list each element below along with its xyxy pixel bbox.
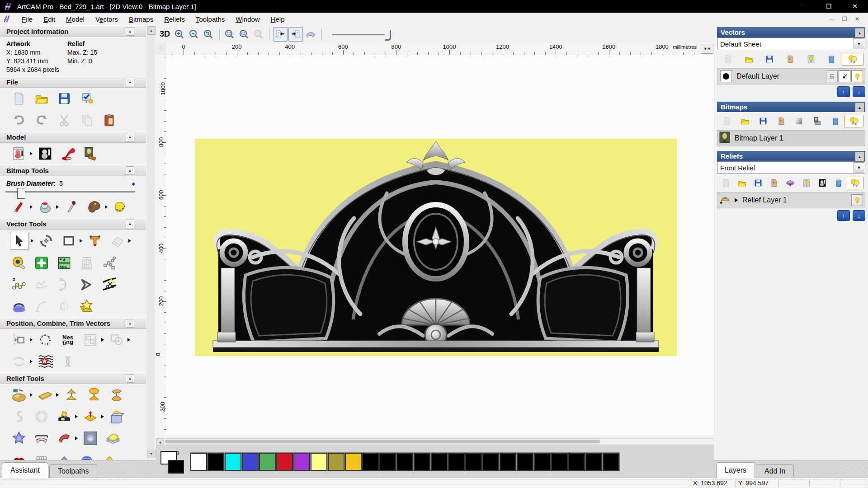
isoform-letters-icon[interactable] bbox=[55, 408, 73, 425]
save-bitmap-layer-icon[interactable] bbox=[754, 115, 772, 127]
nesting-icon[interactable]: Nes ting bbox=[59, 331, 77, 348]
open-bitmap-layer-icon[interactable] bbox=[736, 115, 754, 127]
minimize-button[interactable]: – bbox=[789, 0, 816, 13]
flyout-arrow-icon[interactable] bbox=[30, 393, 33, 397]
trim-vectors-icon[interactable] bbox=[100, 276, 118, 293]
layer-visibility-bulb-icon[interactable] bbox=[851, 70, 863, 82]
constant-height-icon[interactable] bbox=[81, 408, 99, 425]
flyout-arrow-icon[interactable] bbox=[30, 338, 33, 342]
ruler-collapse-icon[interactable]: ▼▼ bbox=[701, 44, 713, 54]
create-rectangle-icon[interactable] bbox=[60, 232, 78, 249]
flyout-arrow-icon[interactable] bbox=[75, 436, 78, 440]
save-vector-layer-icon[interactable] bbox=[759, 53, 780, 65]
dropdown-arrow-icon[interactable]: ▼ bbox=[854, 38, 864, 49]
layer-colour-swatch[interactable] bbox=[720, 70, 732, 82]
flyout-arrow-icon[interactable] bbox=[30, 205, 33, 209]
lock-layer-icon[interactable] bbox=[826, 70, 838, 82]
texture-relief-icon[interactable] bbox=[81, 145, 99, 162]
colour-swatch-1[interactable] bbox=[208, 453, 224, 471]
colour-swatch-8[interactable] bbox=[328, 453, 344, 471]
menu-file[interactable]: File bbox=[16, 14, 38, 25]
canvas-hscrollbar[interactable]: ◄ bbox=[156, 438, 714, 445]
paint-icon[interactable] bbox=[10, 198, 28, 216]
select-vectors-icon[interactable] bbox=[10, 232, 29, 250]
new-bitmap-layer-icon[interactable] bbox=[718, 115, 736, 127]
slider-handle[interactable] bbox=[17, 188, 25, 199]
collapse-icon[interactable]: ▲ bbox=[126, 133, 134, 141]
toggle-3d-view-button[interactable]: 3D bbox=[160, 29, 170, 39]
bitmap-layer-name[interactable]: Bitmap Layer 1 bbox=[735, 134, 783, 142]
colour-swatch-24[interactable] bbox=[603, 453, 619, 471]
flyout-arrow-icon[interactable] bbox=[30, 360, 33, 363]
collapse-icon[interactable]: ▲ bbox=[126, 374, 134, 383]
block-copy-rotate-icon[interactable] bbox=[81, 331, 99, 348]
merge-relief-layers-icon[interactable] bbox=[766, 177, 783, 189]
merge-vector-layers-icon[interactable] bbox=[780, 53, 801, 65]
copy-icon[interactable] bbox=[78, 112, 96, 129]
menu-vectors[interactable]: Vectors bbox=[90, 14, 123, 25]
colour-swatch-9[interactable] bbox=[345, 453, 362, 471]
colour-swatch-6[interactable] bbox=[293, 453, 310, 471]
menu-reliefs[interactable]: Reliefs bbox=[159, 14, 190, 25]
toggle-all-bitmaps-icon[interactable] bbox=[844, 115, 863, 127]
collapse-icon[interactable]: ▲ bbox=[126, 319, 134, 328]
offset-vectors-icon[interactable] bbox=[10, 298, 28, 315]
colour-swatch-20[interactable] bbox=[534, 453, 551, 471]
zoom-previous-icon[interactable] bbox=[202, 28, 215, 41]
secondary-colour-swatch[interactable] bbox=[168, 460, 184, 474]
vector-doctor-icon[interactable] bbox=[78, 298, 96, 315]
free-sketch-icon[interactable] bbox=[33, 276, 51, 293]
mdi-restore-button[interactable]: ❐ bbox=[838, 14, 851, 23]
preview-relief-icon[interactable] bbox=[304, 28, 317, 41]
flyout-arrow-icon[interactable] bbox=[75, 415, 78, 418]
wrap-text-on-curve-icon[interactable] bbox=[36, 331, 54, 348]
zoom-fit-icon[interactable] bbox=[237, 28, 251, 41]
tab-add-in[interactable]: Add In bbox=[756, 464, 794, 478]
move-layer-up-button[interactable]: ↑ bbox=[837, 86, 850, 97]
create-polyline-icon[interactable] bbox=[10, 276, 28, 293]
fit-curve-icon[interactable] bbox=[33, 298, 51, 315]
basket-weave-icon[interactable] bbox=[33, 451, 51, 460]
texture-relief-stamp-icon[interactable] bbox=[81, 430, 99, 447]
collapse-icon[interactable]: ▲ bbox=[126, 78, 134, 86]
colour-swatch-10[interactable] bbox=[362, 453, 379, 471]
relief-layer-name[interactable]: Relief Layer 1 bbox=[742, 196, 787, 204]
save-relief-layer-icon[interactable] bbox=[750, 177, 766, 189]
pick-colour-icon[interactable] bbox=[62, 198, 80, 216]
open-relief-layer-icon[interactable] bbox=[734, 177, 750, 189]
colour-swatch-11[interactable] bbox=[379, 453, 396, 471]
vector-layer-name[interactable]: Default Layer bbox=[736, 72, 779, 80]
flyout-arrow-icon[interactable] bbox=[127, 338, 130, 342]
dome-relief-icon[interactable] bbox=[55, 451, 73, 460]
greyscale-relief-icon[interactable] bbox=[814, 177, 830, 189]
shape-editor-dome-icon[interactable] bbox=[85, 386, 103, 404]
mdi-close-button[interactable]: ✕ bbox=[851, 14, 863, 23]
link-colours-icon[interactable]: ⧉ bbox=[176, 450, 179, 456]
delete-vector-layer-icon[interactable] bbox=[821, 53, 842, 65]
unweave-vectors-icon[interactable] bbox=[59, 353, 77, 370]
colour-swatch-0[interactable] bbox=[190, 453, 207, 471]
relief-visibility-icon[interactable] bbox=[798, 177, 815, 189]
menu-window[interactable]: Window bbox=[230, 14, 265, 25]
flyout-arrow-icon[interactable] bbox=[101, 338, 104, 342]
relief-dropdown[interactable]: Front Relief ▼ bbox=[717, 161, 865, 174]
delete-relief-layer-icon[interactable] bbox=[830, 177, 847, 189]
colour-swatch-17[interactable] bbox=[482, 453, 499, 471]
envelope-distortion-icon[interactable] bbox=[78, 254, 96, 272]
new-model-icon[interactable] bbox=[10, 90, 28, 107]
flyout-arrow-icon[interactable] bbox=[128, 239, 131, 243]
colour-swatch-5[interactable] bbox=[276, 453, 293, 471]
merge-bitmap-layers-icon[interactable] bbox=[772, 115, 790, 127]
flyout-arrow-icon[interactable] bbox=[56, 205, 59, 209]
menu-model[interactable]: Model bbox=[61, 14, 90, 25]
colour-swatch-4[interactable] bbox=[259, 453, 276, 471]
flyout-arrow-icon[interactable] bbox=[101, 415, 104, 418]
zoom-selection-icon[interactable] bbox=[252, 28, 265, 41]
collapse-icon[interactable]: ▲ bbox=[855, 103, 864, 112]
zoom-box-icon[interactable] bbox=[223, 28, 236, 41]
colour-swatch-18[interactable] bbox=[500, 453, 516, 471]
brush-diameter-slider[interactable] bbox=[5, 188, 135, 195]
scroll-down-icon[interactable]: ▼ bbox=[147, 450, 156, 458]
align-vectors-icon[interactable] bbox=[10, 331, 28, 348]
smooth-relief-icon[interactable] bbox=[36, 386, 54, 404]
